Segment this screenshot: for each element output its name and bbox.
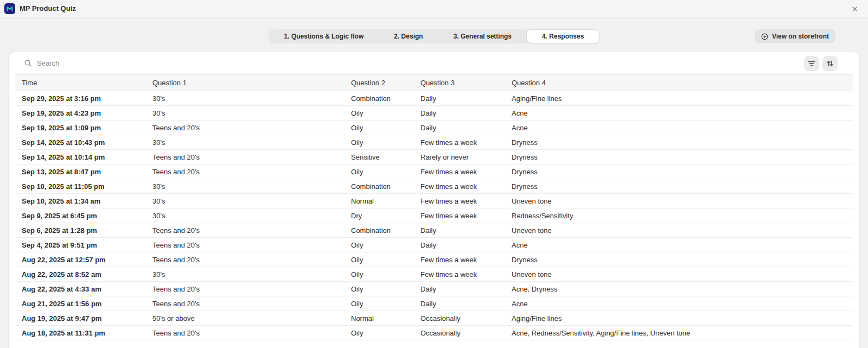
column-header-question-3: Question 3 (420, 75, 512, 91)
column-header-time: Time (15, 75, 152, 91)
cell-question-1: Teens and 20's (152, 121, 351, 135)
cell-time: Sep 9, 2025 at 6:45 pm (15, 208, 152, 223)
view-on-storefront-label: View on storefront (772, 33, 829, 40)
cell-question-1: 30's (152, 267, 351, 282)
cell-question-1: Teens and 20's (152, 326, 351, 340)
cell-question-2: Dry (351, 208, 420, 223)
responses-table: TimeQuestion 1Question 2Question 3Questi… (15, 74, 853, 340)
cell-question-3: Rarely or never (420, 150, 512, 164)
cell-question-2: Combination (351, 179, 420, 194)
cell-question-3: Daily (420, 91, 512, 106)
cell-question-1: Teens and 20's (152, 282, 351, 296)
cell-question-3: Daily (420, 238, 512, 252)
cell-question-1: Teens and 20's (152, 150, 351, 164)
column-header-question-2: Question 2 (351, 75, 420, 91)
cell-question-2: Oily (351, 164, 420, 179)
table-row[interactable]: Sep 10, 2025 at 1:34 am30'sNormalFew tim… (15, 194, 853, 208)
cell-question-3: Occasionally (420, 311, 512, 326)
table-row[interactable]: Sep 14, 2025 at 10:43 pm30'sOilyFew time… (15, 135, 853, 150)
cell-question-4: Acne, Dryness (512, 282, 853, 296)
table-row[interactable]: Sep 4, 2025 at 9:51 pmTeens and 20'sOily… (15, 238, 853, 252)
cell-question-1: Teens and 20's (152, 238, 351, 252)
table-row[interactable]: Aug 22, 2025 at 4:33 amTeens and 20'sOil… (15, 282, 853, 296)
cell-time: Sep 10, 2025 at 11:05 pm (15, 179, 152, 194)
cell-question-1: Teens and 20's (152, 223, 351, 238)
table-row[interactable]: Sep 19, 2025 at 1:09 pmTeens and 20'sOil… (15, 121, 853, 135)
table-row[interactable]: Sep 29, 2025 at 3:16 pm30'sCombinationDa… (15, 91, 853, 106)
cell-question-3: Few times a week (420, 267, 512, 282)
cell-question-1: 30's (152, 208, 351, 223)
cell-question-3: Daily (420, 223, 512, 238)
cell-time: Aug 19, 2025 at 9:47 pm (15, 311, 152, 326)
filter-button[interactable] (804, 56, 819, 71)
table-row[interactable]: Aug 21, 2025 at 1:56 pmTeens and 20'sOil… (15, 296, 853, 311)
cell-time: Sep 6, 2025 at 1:28 pm (15, 223, 152, 238)
cell-question-1: 30's (152, 91, 351, 106)
table-row[interactable]: Sep 9, 2025 at 6:45 pm30'sDryFew times a… (15, 208, 853, 223)
search-input[interactable] (37, 59, 801, 67)
table-row[interactable]: Sep 13, 2025 at 8:47 pmTeens and 20'sOil… (15, 164, 853, 179)
cell-question-1: Teens and 20's (152, 164, 351, 179)
cell-question-2: Normal (351, 194, 420, 208)
cell-question-3: Few times a week (420, 194, 512, 208)
table-row[interactable]: Aug 22, 2025 at 8:52 am30'sOilyFew times… (15, 267, 853, 282)
cell-question-2: Oily (351, 252, 420, 267)
cell-question-3: Few times a week (420, 135, 512, 150)
filter-icon (807, 59, 816, 68)
cell-time: Sep 29, 2025 at 3:16 pm (15, 91, 152, 106)
cell-question-4: Dryness (512, 135, 853, 150)
table-row[interactable]: Aug 19, 2025 at 9:47 pm50's or aboveNorm… (15, 311, 853, 326)
sort-button[interactable] (822, 56, 838, 71)
cell-question-1: 50's or above (152, 311, 351, 326)
cell-question-4: Dryness (512, 150, 853, 164)
cell-question-4: Redness/Sensitivity (512, 208, 853, 223)
cell-question-2: Oily (351, 106, 420, 121)
cell-question-3: Occasionally (420, 326, 512, 340)
tab-3-general-settings[interactable]: 3. General settings (438, 30, 527, 43)
table-row[interactable]: Sep 14, 2025 at 10:14 pmTeens and 20'sSe… (15, 150, 853, 164)
tab-4-responses[interactable]: 4. Responses (527, 30, 599, 43)
column-header-question-4: Question 4 (512, 75, 853, 91)
cell-time: Aug 22, 2025 at 4:33 am (15, 282, 152, 296)
table-row[interactable]: Aug 22, 2025 at 12:57 pmTeens and 20'sOi… (15, 252, 853, 267)
sort-icon (826, 59, 834, 68)
table-row[interactable]: Sep 10, 2025 at 11:05 pm30'sCombinationF… (15, 179, 853, 194)
cell-question-4: Uneven tone (512, 194, 853, 208)
tab-1-questions-logic-flow[interactable]: 1. Questions & Logic flow (269, 30, 379, 43)
table-row[interactable]: Sep 19, 2025 at 4:23 pm30'sOilyDailyAcne (15, 106, 853, 121)
cell-question-4: Acne (512, 106, 853, 121)
cell-question-4: Aging/Fine lines (512, 311, 853, 326)
table-row[interactable]: Aug 18, 2025 at 11:31 pmTeens and 20'sOi… (15, 326, 853, 340)
cell-question-2: Oily (351, 267, 420, 282)
cell-question-3: Few times a week (420, 179, 512, 194)
cell-question-2: Oily (351, 282, 420, 296)
cell-time: Aug 18, 2025 at 11:31 pm (15, 326, 152, 340)
cell-question-3: Daily (420, 106, 512, 121)
cell-question-2: Oily (351, 296, 420, 311)
cell-question-3: Few times a week (420, 164, 512, 179)
cell-question-1: Teens and 20's (152, 252, 351, 267)
cell-question-4: Acne, Redness/Sensitivity, Aging/Fine li… (512, 326, 853, 340)
sub-header: 1. Questions & Logic flow2. Design3. Gen… (0, 29, 868, 43)
cell-question-4: Uneven tone (512, 267, 853, 282)
cell-question-2: Combination (351, 223, 420, 238)
cell-question-2: Oily (351, 238, 420, 252)
search-icon (24, 59, 32, 67)
cell-question-4: Dryness (512, 164, 853, 179)
cell-question-2: Oily (351, 326, 420, 340)
search-row (9, 52, 859, 74)
tab-2-design[interactable]: 2. Design (379, 30, 438, 43)
view-on-storefront-button[interactable]: View on storefront (755, 29, 835, 43)
cell-question-4: Acne (512, 238, 853, 252)
cell-question-3: Daily (420, 121, 512, 135)
cell-question-1: 30's (152, 135, 351, 150)
table-row[interactable]: Sep 6, 2025 at 1:28 pmTeens and 20'sComb… (15, 223, 853, 238)
column-header-question-1: Question 1 (152, 75, 351, 91)
close-icon[interactable]: ✕ (851, 4, 858, 12)
cell-question-3: Few times a week (420, 208, 512, 223)
cell-question-1: 30's (152, 179, 351, 194)
cell-time: Sep 10, 2025 at 1:34 am (15, 194, 152, 208)
cell-time: Aug 22, 2025 at 8:52 am (15, 267, 152, 282)
cell-question-2: Normal (351, 311, 420, 326)
cell-time: Sep 19, 2025 at 1:09 pm (15, 121, 152, 135)
